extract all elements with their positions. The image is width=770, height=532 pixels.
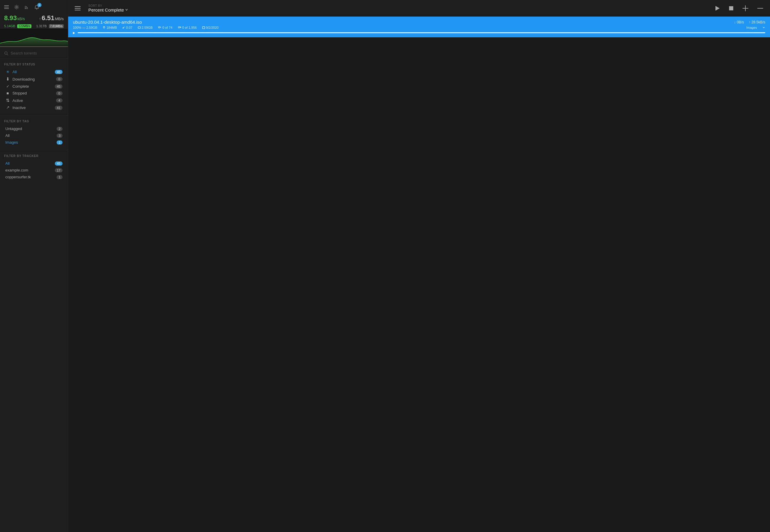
torrent-list: ubuntu-20.04.1-desktop-amd64.iso ↓ 0B/s … (68, 17, 770, 532)
torrent-uploaded: 184MB (103, 26, 117, 29)
svg-rect-20 (202, 27, 205, 29)
torrent-date: 9/2/2020 (202, 26, 219, 29)
svg-rect-8 (75, 8, 81, 9)
filter-inactive-count: 41 (55, 106, 63, 110)
speed-up: ↑ 6.51 MB/s (39, 14, 64, 22)
play-icon (714, 5, 720, 11)
svg-line-15 (123, 27, 124, 28)
speed-up-unit: MB/s (55, 17, 64, 21)
tag-images-label: Images (5, 140, 18, 145)
speed-down-value: 8.93 (4, 14, 17, 22)
sort-label: SORT BY (88, 4, 128, 7)
main-content: SORT BY Percent Complete (68, 0, 770, 532)
filter-by-tag: FILTER BY TAG Untagged 2 All 3 Images 1 (0, 117, 68, 149)
progress-fill (78, 32, 765, 33)
filter-complete[interactable]: ✓ Complete 45 (4, 83, 64, 90)
all-icon: ✳ (5, 70, 10, 74)
sidebar: 1 8.93 kB/s ↑ 6.51 MB/s 5.14GB (0, 0, 68, 532)
downloading-icon: ⬇ (5, 76, 10, 82)
disk-pill: 122MB/s (17, 24, 31, 28)
filter-by-tracker: FILTER BY TRACKER All 45 example.com 17 … (0, 151, 68, 183)
tracker-example-count: 17 (55, 168, 63, 172)
torrent-actual-size: 2.59GB (138, 26, 153, 29)
tag-images[interactable]: Images 1 (4, 139, 64, 146)
filter-all-label: All (12, 70, 17, 74)
play-button[interactable] (713, 4, 722, 13)
filter-active-label: Active (12, 98, 23, 103)
notification-badge: 1 (37, 3, 41, 7)
filter-active[interactable]: ⇅ Active 4 (4, 97, 64, 104)
tag-all-count: 3 (57, 134, 63, 138)
tag-untagged[interactable]: Untagged 2 (4, 125, 64, 132)
filter-all[interactable]: ✳ All 45 (4, 68, 64, 75)
sidebar-top: 1 8.93 kB/s ↑ 6.51 MB/s 5.14GB (0, 0, 68, 29)
torrent-item[interactable]: ubuntu-20.04.1-desktop-amd64.iso ↓ 0B/s … (68, 17, 770, 38)
remove-torrent-button[interactable] (755, 3, 765, 13)
svg-rect-17 (138, 27, 140, 28)
filter-complete-label: Complete (12, 84, 29, 89)
filter-downloading[interactable]: ⬇ Downloading 0 (4, 75, 64, 83)
size-icon (138, 26, 141, 29)
tracker-all-count: 45 (55, 161, 63, 166)
filter-tracker-title: FILTER BY TRACKER (4, 154, 64, 158)
complete-icon: ✓ (5, 84, 10, 89)
speed-up-value: 6.51 (42, 14, 55, 22)
search-box (4, 51, 64, 55)
filter-all-count: 45 (55, 70, 63, 74)
svg-marker-10 (715, 6, 720, 11)
remove-icon (757, 5, 763, 12)
add-icon (742, 5, 749, 12)
torrent-play-button[interactable]: ▶ (73, 31, 75, 34)
torrent-seeds: 0 of 74 (158, 26, 172, 29)
progress-bar (78, 32, 765, 33)
search-input[interactable] (11, 51, 64, 55)
filter-stopped[interactable]: ■ Stopped 0 (4, 90, 64, 97)
svg-rect-0 (4, 5, 9, 6)
filter-downloading-label: Downloading (12, 77, 35, 81)
settings-icon[interactable] (14, 5, 19, 11)
stop-button[interactable] (727, 4, 736, 13)
tag-untagged-label: Untagged (5, 126, 22, 131)
tracker-example[interactable]: example.com 17 (4, 167, 64, 174)
ratio-icon (122, 26, 125, 29)
search-icon (4, 51, 8, 55)
speed-down-unit: kB/s (17, 17, 25, 21)
torrent-tag: Images (746, 26, 757, 29)
menu-icon[interactable] (4, 5, 9, 11)
toolbar: SORT BY Percent Complete (68, 0, 770, 17)
filter-inactive[interactable]: ↙ Inactive 41 (4, 104, 64, 111)
torrent-speed-down: ↓ 0B/s (734, 20, 744, 24)
rss-icon[interactable] (24, 5, 29, 11)
hamburger-menu-button[interactable] (73, 4, 82, 13)
filter-active-count: 4 (56, 98, 63, 102)
tracker-coppersurfer[interactable]: coppersurfer.tk 1 (4, 174, 64, 180)
speed-sub: 5.14GB 122MB/s 1.31TB 7.81MB/s (4, 24, 64, 28)
active-icon: ⇅ (5, 98, 10, 103)
filter-by-status: FILTER BY STATUS ✳ All 45 ⬇ Downloading … (0, 60, 68, 114)
svg-point-4 (25, 8, 26, 9)
tag-images-count: 1 (57, 140, 63, 145)
search-area (0, 47, 68, 57)
svg-line-6 (7, 54, 8, 55)
sort-value[interactable]: Percent Complete (88, 7, 128, 12)
tracker-example-label: example.com (5, 168, 28, 172)
notifications-icon[interactable]: 1 (34, 5, 39, 11)
torrent-meta: 100% — 2.59GB 184MB 0.07 2.59GB (73, 26, 765, 29)
svg-rect-11 (729, 6, 733, 10)
progress-bar-container: ▶ (73, 31, 765, 34)
svg-point-3 (16, 7, 17, 8)
upload-pill: 7.81MB/s (49, 24, 64, 28)
filter-stopped-count: 0 (56, 91, 63, 95)
filter-status-title: FILTER BY STATUS (4, 63, 64, 66)
tracker-coppersurfer-count: 1 (57, 175, 63, 179)
filter-stopped-label: Stopped (12, 91, 27, 95)
tag-all[interactable]: All 3 (4, 132, 64, 139)
torrent-header: ubuntu-20.04.1-desktop-amd64.iso ↓ 0B/s … (73, 20, 765, 25)
upload-used: 1.31TB 7.81MB/s (36, 24, 64, 28)
svg-point-19 (178, 27, 180, 28)
speed-graph (0, 29, 68, 47)
add-torrent-button[interactable] (740, 3, 750, 13)
tracker-all[interactable]: All 45 (4, 160, 64, 167)
tag-untagged-count: 2 (57, 127, 63, 131)
sort-chevron-icon (125, 8, 128, 11)
